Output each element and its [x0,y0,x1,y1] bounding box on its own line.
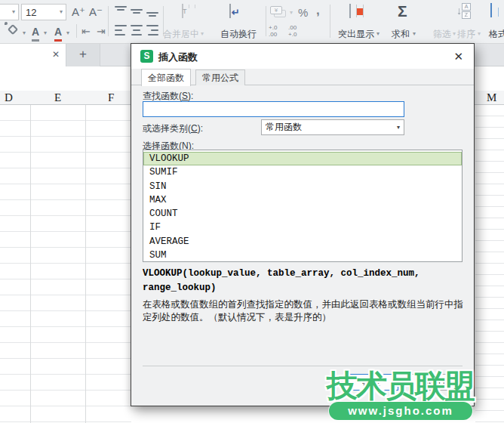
percent-format-button[interactable]: % [298,6,308,19]
column-header-f[interactable]: F [108,91,114,104]
insert-function-dialog: S 插入函数 ✕ 全部函数 常用公式 查找函数(S): 或选择类别(C): 常用… [131,43,475,406]
wps-spreadsheet-logo-icon: S [140,50,153,63]
font-decrease-icon: A⁻ [89,5,103,18]
font-color-button[interactable]: A [32,25,39,42]
font-name-combo[interactable]: ▾ [0,4,19,20]
comma-icon: , [316,3,320,17]
chevron-down-icon: ▾ [453,31,456,37]
wrap-text-icon: ↵ [229,4,231,18]
align-middle-button[interactable] [131,6,143,17]
sort-label: 排序 [457,28,475,41]
close-tab-icon[interactable]: ✕ [52,49,60,60]
new-tab-button[interactable]: + [66,44,100,66]
list-item-sin[interactable]: SIN [143,180,462,193]
list-item-max[interactable]: MAX [143,193,462,207]
chevron-down-icon: ▾ [478,31,481,37]
spreadsheet-grid-right[interactable] [475,105,504,423]
align-left-button[interactable] [115,25,127,36]
percent-icon: % [298,6,308,19]
chevron-down-icon: ▾ [290,10,293,16]
align-middle-icon [131,6,143,17]
increase-font-size-button[interactable]: A⁺ [72,5,85,19]
dialog-tab-strip: 全部函数 常用公式 [131,69,474,85]
list-item-if[interactable]: IF [143,221,462,234]
column-header-e[interactable]: E [54,91,61,104]
ribbon-toolbar: ▾ 12▾ A⁺ A⁻ ▾ A ▾ A ▾ ⇤ ⇥ T 合并居中 ▾ ↵ 自动换… [0,0,504,44]
watermark-site-name: 技术员联盟 [327,366,474,407]
increase-decimal-button[interactable]: +.0 .00 [269,24,277,38]
font-size-value: 12 [26,7,36,18]
decrease-indent-button[interactable]: ⇤ [81,25,91,37]
highlight-cells-label: 突出显示 [338,28,374,41]
chevron-down-icon: ▾ [57,9,66,15]
tab-all-functions[interactable]: 全部函数 [141,69,191,86]
list-item-average[interactable]: AVERAGE [143,235,462,249]
merge-center-label: 合并居中 [163,28,199,41]
chevron-down-icon[interactable]: ▾ [413,31,416,37]
watermark-site-url: www.jsgho.com [329,402,472,420]
chevron-down-icon: ▾ [201,31,204,37]
list-item-vlookup[interactable]: VLOOKUP [143,152,462,165]
decrease-decimal-button[interactable]: .00 +.0 [288,24,297,38]
grid-vertical-line [85,91,86,423]
list-item-sum[interactable]: SUM [143,249,462,262]
chevron-down-icon[interactable]: ▾ [66,30,69,36]
increase-indent-icon: ⇥ [97,25,106,37]
align-right-button[interactable] [146,25,158,36]
dialog-close-icon[interactable]: ✕ [453,50,463,63]
category-label: 或选择类别(C): [143,122,203,135]
decrease-indent-icon: ⇤ [81,25,91,37]
search-function-input[interactable] [143,101,404,117]
align-center-icon [131,25,143,36]
function-description: 在表格或数值数组的首列查找指定的数值，并由此返回表格或数组当前行中指定列处的数值… [143,298,464,324]
autosum-button[interactable]: Σ [398,3,407,20]
highlight-cells-button[interactable] [349,5,351,18]
align-top-button[interactable] [115,6,127,17]
chevron-down-icon[interactable]: ▾ [44,30,47,36]
column-header-m[interactable]: M [487,91,496,104]
chevron-down-icon: ▾ [397,125,400,131]
tab-common-formulas[interactable]: 常用公式 [195,69,245,85]
category-dropdown-value: 常用函数 [266,122,302,132]
function-listbox: VLOOKUP SUMIF SIN MAX COUNT IF AVERAGE S… [143,150,463,262]
autosum-label: 求和 [392,28,410,41]
category-dropdown[interactable]: 常用函数 ▾ [261,119,404,135]
align-center-button[interactable] [131,25,143,36]
font-color-icon: A [32,26,39,42]
spreadsheet-grid-left[interactable] [0,105,131,423]
toolbar-divider [76,24,77,38]
align-left-icon [115,25,127,36]
chevron-down-icon: ▾ [9,9,18,15]
wrap-text-button[interactable]: ↵ [229,5,231,18]
plus-icon: + [79,47,87,61]
highlight-color-button[interactable]: A [54,25,62,42]
dialog-title: 插入函数 [158,51,198,64]
font-size-combo[interactable]: 12▾ [21,4,66,20]
align-bottom-button[interactable] [146,6,158,17]
align-bottom-icon [146,6,158,17]
sigma-icon: Σ [398,2,407,20]
merge-center-button[interactable]: T [182,5,183,18]
list-item-count[interactable]: COUNT [143,207,462,221]
chevron-down-icon[interactable]: ▾ [23,30,26,36]
align-top-icon [115,6,127,17]
wrap-text-label: 自动换行 [220,28,257,41]
format-table-icon [490,3,492,17]
dialog-title-bar: S 插入函数 ✕ [131,44,474,69]
filter-label: 筛选 [433,28,451,41]
format-table-button[interactable] [490,4,492,17]
highlight-cells-icon [349,4,351,18]
chevron-down-icon[interactable]: ▾ [376,31,380,37]
toolbar-group-divider [330,5,330,38]
highlight-color-icon: A [54,26,62,42]
format-label: 格式 [489,28,504,41]
active-document-tab[interactable]: ✕ [0,44,66,66]
function-signature: VLOOKUP(lookup_value, table_array, col_i… [143,267,464,295]
decrease-font-size-button[interactable]: A⁻ [89,5,103,19]
increase-indent-button[interactable]: ⇥ [97,25,106,37]
comma-format-button[interactable]: , [316,3,320,18]
list-item-sumif[interactable]: SUMIF [143,165,462,179]
toolbar-divider [266,6,266,36]
toolbar-divider [108,6,109,36]
column-header-d[interactable]: D [5,91,13,104]
